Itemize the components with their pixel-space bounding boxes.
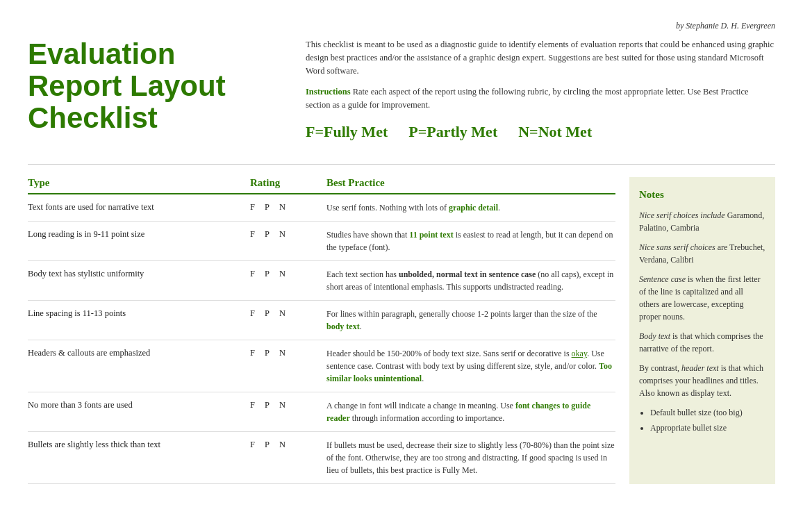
row-best-practice: For lines within paragraph, generally ch…: [326, 308, 615, 333]
row-best-practice: Header should be 150-200% of body text s…: [326, 347, 615, 385]
rating-n-option[interactable]: N: [279, 348, 285, 358]
rating-line: F=Fully Met P=Partly Met N=Not Met: [306, 120, 775, 143]
col-rating-header: Rating: [243, 177, 326, 189]
intro-description: This checklist is meant to be used as a …: [306, 38, 775, 77]
rating-f: F=Fully Met: [306, 120, 388, 143]
title-block: Evaluation Report Layout Checklist: [28, 38, 278, 143]
rating-n-option[interactable]: N: [279, 269, 285, 279]
table-row: Headers & callouts are emphasized F P N …: [28, 340, 615, 392]
row-type: Bullets are slightly less thick than tex…: [28, 439, 243, 451]
notes-sentence-case: Sentence case is when the first letter o…: [639, 273, 765, 323]
list-item: Default bullet size (too big): [650, 406, 765, 419]
row-rating: F P N: [243, 201, 326, 213]
table-row: No more than 3 fonts are used F P N A ch…: [28, 392, 615, 432]
instructions-line: Instructions Rate each aspect of the rep…: [306, 85, 775, 112]
row-type: Long reading is in 9-11 point size: [28, 228, 243, 241]
rating-f-option[interactable]: F: [250, 202, 255, 213]
list-item: Appropriate bullet size: [650, 422, 765, 434]
notes-bullets-list: Default bullet size (too big) Appropriat…: [639, 406, 765, 434]
rating-f-option[interactable]: F: [250, 229, 255, 240]
rating-f-option[interactable]: F: [250, 348, 255, 358]
notes-panel: Notes Nice serif choices include Garamon…: [629, 177, 775, 484]
row-rating: F P N: [243, 439, 326, 450]
rating-n: N=Not Met: [518, 120, 592, 143]
rating-n-option[interactable]: N: [279, 400, 285, 410]
notes-title: Notes: [639, 187, 765, 203]
row-type: Text fonts are used for narrative text: [28, 201, 243, 214]
intro-block: This checklist is meant to be used as a …: [306, 38, 775, 143]
rating-f-option[interactable]: F: [250, 400, 255, 410]
row-best-practice: Each text section has unbolded, normal t…: [326, 268, 615, 293]
rating-p-option[interactable]: P: [265, 308, 270, 319]
rating-p-option[interactable]: P: [265, 348, 270, 358]
row-rating: F P N: [243, 399, 326, 410]
col-type-header: Type: [28, 177, 243, 189]
row-best-practice: Use serif fonts. Nothing with lots of gr…: [326, 201, 615, 214]
checklist-section: Type Rating Best Practice Text fonts are…: [28, 177, 615, 484]
table-row: Bullets are slightly less thick than tex…: [28, 432, 615, 484]
rating-n-option[interactable]: N: [279, 308, 285, 319]
rating-n-option[interactable]: N: [279, 440, 285, 450]
table-row: Long reading is in 9-11 point size F P N…: [28, 222, 615, 261]
main-table-area: Type Rating Best Practice Text fonts are…: [28, 177, 775, 484]
notes-sans-serif-choices: Nice sans serif choices are Trebuchet, V…: [639, 241, 765, 266]
row-type: Body text has stylistic uniformity: [28, 268, 243, 281]
rating-n-option[interactable]: N: [279, 229, 285, 240]
row-best-practice: Studies have shown that 11 point text is…: [326, 228, 615, 253]
row-type: No more than 3 fonts are used: [28, 399, 243, 412]
rating-f-option[interactable]: F: [250, 440, 255, 450]
row-type: Line spacing is 11-13 points: [28, 308, 243, 320]
rating-p-option[interactable]: P: [265, 440, 270, 450]
notes-serif-choices: Nice serif choices include Garamond, Pal…: [639, 209, 765, 234]
row-best-practice: A change in font will indicate a change …: [326, 399, 615, 424]
instructions-text: Rate each aspect of the report using the…: [306, 87, 749, 110]
row-rating: F P N: [243, 228, 326, 240]
rating-f-option[interactable]: F: [250, 308, 255, 319]
table-row: Body text has stylistic uniformity F P N…: [28, 261, 615, 301]
rating-p: P=Partly Met: [408, 120, 497, 143]
rating-p-option[interactable]: P: [265, 269, 270, 279]
notes-body-text: Body text is that which comprises the na…: [639, 330, 765, 355]
table-row: Line spacing is 11-13 points F P N For l…: [28, 301, 615, 340]
rating-p-option[interactable]: P: [265, 202, 270, 213]
instructions-label: Instructions: [306, 87, 351, 97]
checklist-header: Type Rating Best Practice: [28, 177, 615, 194]
row-rating: F P N: [243, 268, 326, 279]
row-rating: F P N: [243, 308, 326, 319]
main-title: Evaluation Report Layout Checklist: [28, 38, 278, 135]
divider: [28, 164, 775, 165]
rating-p-option[interactable]: P: [265, 400, 270, 410]
table-row: Text fonts are used for narrative text F…: [28, 194, 615, 222]
notes-header-text: By contrast, header text is that which c…: [639, 362, 765, 399]
row-type: Headers & callouts are emphasized: [28, 347, 243, 360]
byline: by Stephanie D. H. Evergreen: [28, 21, 775, 31]
row-rating: F P N: [243, 347, 326, 358]
row-best-practice: If bullets must be used, decrease their …: [326, 439, 615, 476]
rating-f-option[interactable]: F: [250, 269, 255, 279]
col-bp-header: Best Practice: [326, 177, 615, 189]
rating-n-option[interactable]: N: [279, 202, 285, 213]
rating-p-option[interactable]: P: [265, 229, 270, 240]
